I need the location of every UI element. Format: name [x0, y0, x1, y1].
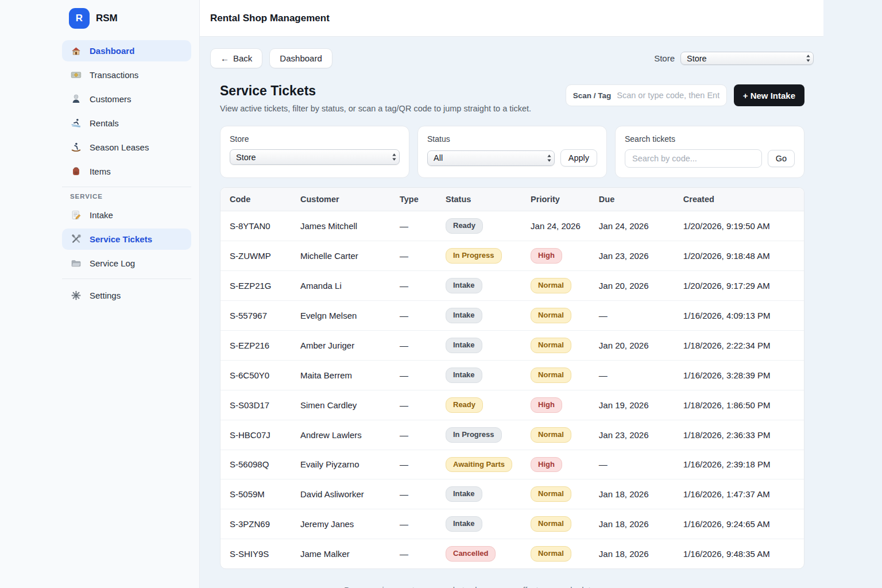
- priority-badge: Normal: [531, 486, 571, 502]
- table-row[interactable]: S-EZP216 Amber Juriger — Intake Normal J…: [220, 330, 804, 360]
- sidebar-item-service-tickets[interactable]: Service Tickets: [62, 229, 191, 250]
- scan-tag-label: Scan / Tag: [573, 91, 612, 100]
- store-filter-label: Store: [230, 134, 400, 144]
- priority-badge: Normal: [531, 338, 571, 353]
- sidebar-item-items[interactable]: Items: [62, 161, 191, 182]
- table-row[interactable]: S-HBC07J Andrew Lawlers — In Progress No…: [220, 420, 804, 450]
- sidebar-item-intake[interactable]: Intake: [62, 204, 191, 226]
- ticket-type: —: [390, 270, 436, 300]
- ticket-customer: Evaily Piyzarno: [291, 450, 390, 479]
- tools-icon: [70, 234, 82, 245]
- table-row[interactable]: S-3PZN69 Jeremy Janes — Intake Normal Ja…: [220, 509, 804, 539]
- search-input[interactable]: [625, 149, 762, 168]
- tickets-table: CodeCustomerTypeStatusPriorityDueCreated…: [220, 188, 804, 568]
- page-subtitle: View active tickets, filter by status, o…: [220, 104, 531, 113]
- table-row[interactable]: S-5059M David Asliworker — Intake Normal…: [220, 479, 804, 509]
- ticket-created: 1/20/2026, 9:19:50 AM: [674, 211, 804, 241]
- ticket-due: —: [590, 450, 674, 479]
- go-button[interactable]: Go: [768, 150, 795, 167]
- new-intake-button[interactable]: + New Intake: [734, 84, 804, 106]
- banknote-icon: [70, 69, 82, 81]
- status-badge: Awaiting Parts: [446, 457, 512, 473]
- status-filter-select[interactable]: All: [427, 150, 555, 166]
- ticket-customer: Jeremy Janes: [291, 509, 390, 539]
- ticket-customer: Amanda Li: [291, 270, 390, 300]
- table-row[interactable]: S-EZP21G Amanda Li — Intake Normal Jan 2…: [220, 270, 804, 300]
- table-row[interactable]: S-S03D17 Simen Cardley — Ready High Jan …: [220, 390, 804, 420]
- status-badge: Intake: [446, 516, 482, 532]
- table-row[interactable]: S-8YTAN0 James Mitchell — Ready Jan 24, …: [220, 211, 804, 241]
- brand-logo-icon: R: [69, 8, 90, 29]
- dashboard-button[interactable]: Dashboard: [269, 48, 332, 68]
- column-header-priority: Priority: [521, 188, 590, 211]
- sidebar-item-label: Service Log: [90, 258, 135, 268]
- ticket-customer: James Mitchell: [291, 211, 390, 241]
- sidebar-item-label: Transactions: [90, 70, 138, 80]
- sidebar-item-label: Customers: [90, 94, 131, 104]
- store-filter-select[interactable]: Store: [230, 149, 400, 165]
- ticket-created: 1/18/2026, 1:86:50 PM: [674, 390, 804, 420]
- priority-badge: High: [531, 457, 562, 473]
- sidebar-item-settings[interactable]: Settings: [62, 285, 191, 306]
- priority-badge: Normal: [531, 308, 571, 323]
- sidebar-section-service-label: SERVICE: [70, 193, 183, 200]
- status-filter-label: Status: [427, 134, 597, 144]
- table-row[interactable]: S-ZUWMP Michelle Carter — In Progress Hi…: [220, 241, 804, 270]
- ticket-type: —: [390, 539, 436, 568]
- table-row[interactable]: S-6C50Y0 Maita Berrem — Intake Normal — …: [220, 360, 804, 390]
- status-filter-card: Status All Apply: [417, 126, 607, 178]
- back-arrow-icon: ←: [220, 53, 229, 63]
- priority-badge: Normal: [531, 516, 571, 532]
- priority-badge: Normal: [531, 368, 571, 383]
- column-header-status: Status: [436, 188, 521, 211]
- sidebar-nav-service: Intake Service Tickets Service Log: [62, 204, 191, 274]
- ticket-created: 1/20/2026, 9:18:48 AM: [674, 241, 804, 270]
- main-area: Rental Shop Management ←Back Dashboard S…: [200, 0, 882, 588]
- ticket-customer: David Asliworker: [291, 479, 390, 509]
- sidebar-item-transactions[interactable]: Transactions: [62, 64, 191, 86]
- ticket-due: Jan 18, 2026: [590, 479, 674, 509]
- ticket-due: Jan 18, 2026: [590, 539, 674, 568]
- heading-actions: Scan / Tag + New Intake: [566, 84, 804, 106]
- sidebar-item-season-leases[interactable]: Season Leases: [62, 137, 191, 158]
- store-top-select[interactable]: Store: [680, 52, 814, 65]
- apply-button[interactable]: Apply: [560, 149, 597, 167]
- stepper-icon: [547, 154, 552, 163]
- status-badge: Intake: [446, 486, 482, 502]
- table-header-row: CodeCustomerTypeStatusPriorityDueCreated: [220, 188, 804, 211]
- stepper-icon: [806, 54, 811, 63]
- ticket-created: 1/16/2026, 9:48:35 AM: [674, 539, 804, 568]
- sidebar-item-label: Intake: [90, 210, 113, 220]
- folder-icon: [70, 258, 82, 269]
- ticket-code: S-557967: [220, 300, 291, 330]
- priority-badge: High: [531, 248, 562, 264]
- ticket-due: —: [590, 360, 674, 390]
- sidebar-divider: [62, 187, 191, 187]
- ticket-created: 1/20/2026, 9:17:29 AM: [674, 270, 804, 300]
- brand: R RSM: [69, 8, 191, 29]
- ticket-created: 1/18/2026, 2:22:34 PM: [674, 330, 804, 360]
- ticket-type: —: [390, 300, 436, 330]
- ticket-code: S-S03D17: [220, 390, 291, 420]
- back-button[interactable]: ←Back: [210, 48, 262, 68]
- sidebar-item-dashboard[interactable]: Dashboard: [62, 40, 191, 61]
- sidebar-item-service-log[interactable]: Service Log: [62, 253, 191, 274]
- priority-badge: Normal: [531, 278, 571, 293]
- column-header-type: Type: [390, 188, 436, 211]
- scan-input[interactable]: [617, 91, 719, 100]
- ticket-type: —: [390, 479, 436, 509]
- status-badge: Intake: [446, 278, 482, 293]
- sidebar-item-customers[interactable]: Customers: [62, 88, 191, 110]
- table-row[interactable]: S-56098Q Evaily Piyzarno — Awaiting Part…: [220, 450, 804, 479]
- customer-icon: [70, 94, 82, 105]
- status-badge: Intake: [446, 338, 482, 353]
- snowboarder-icon: [70, 142, 82, 153]
- store-top-label: Store: [654, 53, 675, 63]
- ticket-customer: Jame Malker: [291, 539, 390, 568]
- sidebar-item-rentals[interactable]: Rentals: [62, 113, 191, 134]
- ticket-due: Jan 24, 2026: [590, 211, 674, 241]
- sidebar-item-label: Season Leases: [90, 142, 149, 152]
- table-row[interactable]: S-557967 Evelgn Melsen — Intake Normal —…: [220, 300, 804, 330]
- topbar: Rental Shop Management: [200, 0, 823, 37]
- table-row[interactable]: S-SHIY9S Jame Malker — Cancelled Normal …: [220, 539, 804, 568]
